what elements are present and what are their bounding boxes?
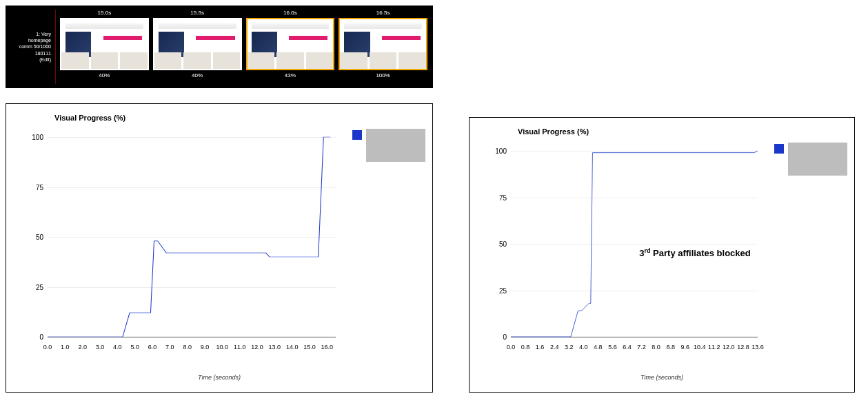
plot-area: 0255075100 0.00.81.62.43.24.04.85.66.47.… — [511, 151, 758, 337]
filmstrip: 1: Very homepage comm 50/1000 180111 (Ed… — [6, 6, 433, 88]
x-tick: 14.0 — [286, 344, 299, 351]
x-tick: 1.0 — [61, 344, 70, 351]
x-axis-label: Time (seconds) — [198, 374, 241, 381]
y-tick: 0 — [24, 333, 43, 341]
x-tick: 7.0 — [165, 344, 174, 351]
frame-percent: 100% — [376, 72, 390, 79]
x-tick: 4.0 — [113, 344, 122, 351]
y-tick: 0 — [487, 333, 507, 341]
x-tick: 12.8 — [737, 344, 749, 351]
x-tick: 15.0 — [303, 344, 316, 351]
x-tick: 4.0 — [579, 344, 588, 351]
chart-card-original: Visual Progress (%) 0255075100 0.01.02.0… — [6, 103, 433, 393]
x-tick: 10.4 — [694, 344, 706, 351]
x-tick: 5.0 — [130, 344, 139, 351]
y-tick: 25 — [487, 286, 507, 294]
y-tick: 25 — [24, 283, 43, 291]
x-tick: 1.6 — [536, 344, 545, 351]
frame-percent: 40% — [192, 72, 203, 79]
x-tick: 6.4 — [623, 344, 632, 351]
chart-legend — [352, 129, 425, 162]
legend-placeholder — [366, 129, 425, 162]
x-tick: 3.0 — [96, 344, 105, 351]
filmstrip-frame[interactable]: 16.0s43% — [246, 10, 335, 84]
y-tick: 100 — [487, 147, 507, 155]
x-tick: 0.8 — [521, 344, 530, 351]
y-tick: 50 — [487, 240, 507, 248]
x-tick: 8.0 — [183, 344, 192, 351]
y-tick: 75 — [24, 183, 43, 191]
frame-thumbnail[interactable] — [246, 18, 335, 70]
y-tick: 75 — [487, 194, 507, 201]
x-tick: 5.6 — [608, 344, 617, 351]
frame-time: 15.0s — [98, 10, 112, 16]
chart-legend — [774, 143, 847, 176]
frame-time: 16.0s — [283, 10, 297, 16]
frame-time: 16.5s — [376, 10, 390, 16]
label-line-edit[interactable]: (Edit) — [11, 56, 51, 63]
x-tick: 16.0 — [321, 344, 334, 351]
x-tick: 11.0 — [234, 344, 246, 351]
x-tick: 2.0 — [78, 344, 87, 351]
x-tick: 8.8 — [666, 344, 675, 351]
frame-time: 15.5s — [190, 10, 204, 16]
legend-swatch — [352, 130, 362, 140]
chart-annotation: 3rd Party affiliates blocked — [639, 247, 751, 258]
filmstrip-frame[interactable]: 16.5s100% — [339, 10, 427, 84]
x-tick: 6.0 — [148, 344, 157, 351]
x-tick: 12.0 — [251, 344, 263, 351]
x-tick: 0.0 — [507, 344, 516, 351]
frame-percent: 43% — [285, 72, 296, 79]
chart-title: Visual Progress (%) — [518, 127, 589, 136]
x-tick: 13.6 — [751, 344, 764, 351]
x-tick: 13.0 — [269, 344, 281, 351]
x-tick: 7.2 — [637, 344, 646, 351]
x-tick: 8.0 — [652, 344, 660, 351]
label-line: comm 50/1000 — [11, 43, 51, 50]
filmstrip-frame[interactable]: 15.0s40% — [60, 10, 149, 84]
label-line: 1: Very — [11, 31, 51, 37]
y-tick: 100 — [24, 134, 43, 141]
frame-thumbnail[interactable] — [153, 18, 242, 70]
x-tick: 11.2 — [708, 344, 720, 351]
x-tick: 12.0 — [723, 344, 735, 351]
x-axis-label: Time (seconds) — [640, 374, 683, 381]
x-tick: 0.0 — [43, 344, 52, 351]
x-tick: 9.0 — [201, 344, 210, 351]
label-line: 180111 — [11, 50, 51, 56]
filmstrip-label: 1: Very homepage comm 50/1000 180111 (Ed… — [11, 10, 56, 84]
legend-swatch — [774, 144, 784, 154]
plot-area: 0255075100 0.01.02.03.04.05.06.07.08.09.… — [48, 137, 336, 337]
x-tick: 10.0 — [216, 344, 229, 351]
legend-placeholder — [788, 143, 847, 176]
chart-title: Visual Progress (%) — [54, 114, 125, 122]
filmstrip-frame[interactable]: 15.5s40% — [153, 10, 242, 84]
chart-card-blocked: Visual Progress (%) 0255075100 0.00.81.6… — [469, 117, 855, 393]
x-tick: 9.6 — [680, 344, 689, 351]
frame-thumbnail[interactable] — [60, 18, 149, 70]
frames-row: 15.0s40%15.5s40%16.0s43%16.5s100% — [60, 10, 427, 84]
x-tick: 3.2 — [565, 344, 574, 351]
frame-percent: 40% — [99, 72, 110, 79]
frame-thumbnail[interactable] — [339, 18, 427, 70]
y-tick: 50 — [24, 233, 43, 241]
label-line: homepage — [11, 37, 51, 43]
x-tick: 4.8 — [594, 344, 603, 351]
x-tick: 2.4 — [550, 344, 559, 351]
